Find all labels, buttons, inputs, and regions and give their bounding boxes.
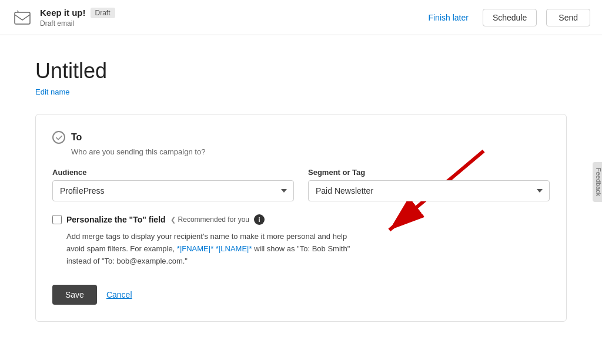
header: Keep it up! Draft Draft email Finish lat… bbox=[0, 0, 602, 35]
check-circle-icon bbox=[52, 131, 65, 144]
finish-later-button[interactable]: Finish later bbox=[423, 9, 473, 26]
main-content: Untitled Edit name To Who are you sendin… bbox=[0, 35, 602, 339]
header-right: Finish later Schedule Send bbox=[423, 9, 590, 26]
header-title-row: Keep it up! Draft bbox=[40, 8, 115, 18]
draft-email-label: Draft email bbox=[40, 19, 115, 28]
audience-group: Audience ProfilePress All Subscribers bbox=[52, 168, 294, 201]
recommended-text: Recommended for you bbox=[178, 215, 249, 224]
feedback-tab[interactable]: Feedback bbox=[593, 162, 602, 202]
personalize-label: Personalize the "To" field bbox=[66, 215, 166, 224]
audience-select-wrapper: ProfilePress All Subscribers bbox=[52, 180, 294, 201]
header-title-group: Keep it up! Draft Draft email bbox=[40, 8, 115, 28]
page-title: Untitled bbox=[35, 59, 567, 83]
personalize-checkbox[interactable] bbox=[52, 215, 62, 224]
header-left: Keep it up! Draft Draft email bbox=[12, 7, 115, 28]
chevron-icon: ❮ bbox=[170, 216, 176, 224]
to-section-card: To Who are you sending this campaign to?… bbox=[35, 114, 567, 322]
save-button[interactable]: Save bbox=[52, 285, 97, 305]
edit-name-link[interactable]: Edit name bbox=[35, 87, 70, 96]
card-header: To bbox=[52, 131, 550, 144]
info-icon[interactable]: i bbox=[254, 214, 265, 225]
segment-group: Segment or Tag Paid Newsletter Free News… bbox=[308, 168, 550, 201]
fname-tag-link[interactable]: *|FNAME|* bbox=[177, 244, 213, 253]
segment-select[interactable]: Paid Newsletter Free Newsletter All bbox=[308, 180, 550, 201]
keep-it-up-text: Keep it up! bbox=[40, 8, 86, 18]
lname-tag-link[interactable]: *|LNAME|* bbox=[216, 244, 252, 253]
cancel-button[interactable]: Cancel bbox=[106, 290, 132, 299]
send-button[interactable]: Send bbox=[546, 9, 590, 26]
audience-label: Audience bbox=[52, 168, 294, 177]
personalize-section: Personalize the "To" field ❮ Recommended… bbox=[52, 214, 550, 267]
recommended-badge: ❮ Recommended for you bbox=[170, 215, 249, 224]
card-section-title: To bbox=[71, 132, 82, 143]
draft-badge: Draft bbox=[91, 8, 115, 18]
action-buttons: Save Cancel bbox=[52, 285, 550, 305]
schedule-button[interactable]: Schedule bbox=[483, 9, 537, 26]
svg-rect-0 bbox=[15, 12, 30, 24]
segment-label: Segment or Tag bbox=[308, 168, 550, 177]
card-subtitle: Who are you sending this campaign to? bbox=[71, 147, 550, 156]
audience-select[interactable]: ProfilePress All Subscribers bbox=[52, 180, 294, 201]
email-draft-icon bbox=[12, 7, 33, 28]
personalize-header: Personalize the "To" field ❮ Recommended… bbox=[52, 214, 550, 225]
selects-row: Audience ProfilePress All Subscribers Se… bbox=[52, 168, 550, 201]
segment-select-wrapper: Paid Newsletter Free Newsletter All bbox=[308, 180, 550, 201]
personalize-description: Add merge tags to display your recipient… bbox=[66, 231, 360, 267]
